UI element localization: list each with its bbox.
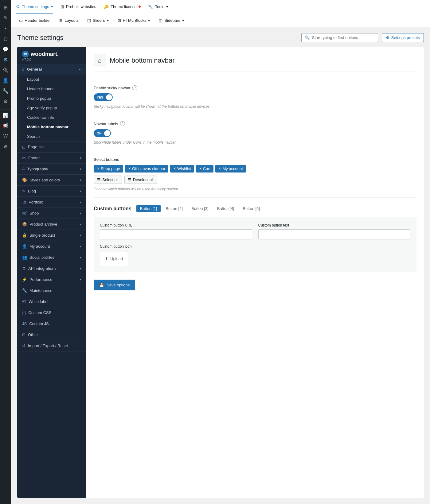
upload-button[interactable]: ⬆ Upload (105, 256, 123, 261)
sidebar-item-blog[interactable]: ✎ Blog ▾ (17, 186, 86, 196)
prebuilt-icon: ⊞ (61, 4, 64, 9)
sidebar-sub-mobile-navbar[interactable]: Mobile bottom navbar (17, 122, 86, 132)
sidebar-item-other[interactable]: ⊞ Other (17, 329, 86, 340)
wp-woo-icon[interactable]: W (1, 131, 10, 141)
sidebar-item-social-profiles[interactable]: 👥 Social profiles ▾ (17, 252, 86, 263)
button-tags-container: ✕ Shop page ✕ Off canvas sidebar ✕ Wishl… (94, 165, 416, 173)
custom-btn-tab-5[interactable]: Button [5] (239, 205, 264, 212)
sidebar-item-product-archive[interactable]: 📦 Product archive ▾ (17, 219, 86, 230)
sidebar-item-typography[interactable]: A Typography ▾ (17, 164, 86, 174)
custom-buttons-header: Custom buttons Button [1] Button [2] But… (94, 205, 416, 212)
tag-cart[interactable]: ✕ Cart (196, 165, 214, 173)
wp-tools-icon[interactable]: 🔧 (1, 86, 10, 96)
navbar-labels-toggle[interactable]: ON (94, 129, 111, 137)
wp-plugins-icon[interactable]: 🔌 (1, 65, 10, 75)
sidebar-item-import-export[interactable]: ↺ Import / Export / Reset (17, 340, 86, 351)
home-icon: ⌂ (22, 67, 25, 72)
custom-btn-tab-4[interactable]: Button [4] (213, 205, 238, 212)
wp-posts-icon[interactable]: ✎ (1, 13, 10, 23)
settings-presets-button[interactable]: ⚙ Settings presets (382, 33, 424, 42)
custom-btn-tab-1[interactable]: Button [1] (136, 205, 161, 212)
typography-sidebar-label: Typography (27, 167, 77, 171)
sidebar-item-my-account[interactable]: 👤 My account ▾ (17, 241, 86, 252)
sidebar-section-page-title: ◻ Page title (17, 142, 86, 153)
custom-btn-tab-2[interactable]: Button [2] (162, 205, 186, 212)
sidebar-sub-cookie-law[interactable]: Cookie law info (17, 113, 86, 122)
maintenance-icon: 🔧 (22, 288, 27, 293)
import-export-sidebar-label: Import / Export / Reset (28, 343, 81, 348)
sidebar-section-performance: ⚡ Performance ▾ (17, 274, 86, 285)
search-input[interactable] (312, 35, 375, 40)
nav-sidebars[interactable]: ◫ Sidebars ▾ (156, 16, 187, 25)
sidebar-item-white-label[interactable]: 🏷 White label (17, 296, 86, 307)
sidebar-sub-layout[interactable]: Layout (17, 75, 86, 84)
wp-analytics-icon[interactable]: 📊 (1, 110, 10, 120)
sticky-navbar-help-icon[interactable]: ? (132, 85, 137, 90)
sidebar-section-styles-colors: 🎨 Styles and colors ▾ (17, 175, 86, 186)
sidebar-item-api-integrations[interactable]: ⚙ API integrations ▾ (17, 263, 86, 274)
nav-html-blocks[interactable]: ⊡ HTML Blocks ▾ (115, 16, 154, 25)
sidebar-item-performance[interactable]: ⚡ Performance ▾ (17, 274, 86, 285)
nav-header-builder[interactable]: ▭ Header builder (16, 16, 54, 25)
wp-settings-icon[interactable]: ⚙ (1, 96, 10, 106)
sidebar-sub-search[interactable]: Search (17, 132, 86, 141)
logo-icon: w (22, 51, 29, 57)
sidebar-item-portfolio[interactable]: 🗂 Portfolio ▾ (17, 197, 86, 207)
custom-css-sidebar-label: Custom CSS (28, 310, 81, 315)
general-chevron-icon: ▲ (78, 68, 81, 71)
wp-dashboard-icon[interactable]: ⊞ (1, 2, 10, 12)
styles-chevron-icon: ▾ (80, 178, 81, 182)
wp-theme-icon[interactable]: ⚙ (1, 55, 10, 64)
wp-pages-icon[interactable]: ◻ (1, 34, 10, 44)
footer-icon: ▭ (22, 156, 26, 160)
sidebar-sub-header-banner[interactable]: Header banner (17, 84, 86, 94)
performance-chevron-icon: ▾ (80, 278, 81, 281)
nav-tools[interactable]: 🔧 Tools ▾ (148, 1, 168, 14)
select-all-button[interactable]: ☰ Select all (94, 176, 122, 184)
custom-url-input[interactable] (100, 229, 252, 239)
top-navigation: ⚙ Theme settings ▾ ⊞ Prebuilt websites 🔑… (11, 0, 430, 14)
sidebar-sub-promo-popup[interactable]: Promo popup (17, 94, 86, 103)
sidebar-section-other: ⊞ Other (17, 329, 86, 340)
wp-media-icon[interactable]: ▪ (1, 23, 10, 33)
sidebar-item-single-product[interactable]: 🔒 Single product ▾ (17, 230, 86, 241)
tag-wishlist[interactable]: ✕ Wishlist (170, 165, 194, 173)
sidebar-item-general[interactable]: ⌂ General ▲ (17, 64, 86, 75)
custom-btn-tab-3[interactable]: Button [3] (188, 205, 212, 212)
page-header: Theme settings 🔍 ⚙ Settings presets (17, 33, 424, 42)
navbar-labels-help-icon[interactable]: ? (120, 121, 125, 126)
nav-theme-license[interactable]: 🔑 Theme license (104, 1, 141, 14)
settings-panel: ⌂ Mobile bottom navbar Enable sticky nav… (86, 47, 424, 498)
sidebar-item-maintenance[interactable]: 🔧 Maintenance (17, 285, 86, 296)
nav-prebuilt-websites[interactable]: ⊞ Prebuilt websites (61, 1, 96, 14)
sidebar-item-custom-css[interactable]: { } Custom CSS (17, 307, 86, 318)
footer-chevron-icon: ▾ (80, 156, 81, 160)
sidebar-item-custom-js[interactable]: JS Custom JS (17, 318, 86, 329)
nav-sliders[interactable]: ◫ Sliders ▾ (84, 16, 112, 25)
sticky-navbar-setting: Enable sticky navbar ? YES Sticky naviga… (94, 79, 416, 115)
search-box: 🔍 (301, 33, 378, 42)
deselect-all-button[interactable]: ☰ Deselect all (124, 176, 157, 184)
tag-shop-page[interactable]: ✕ Shop page (94, 165, 123, 173)
wp-marketing-icon[interactable]: 📢 (1, 121, 10, 130)
tag-off-canvas-sidebar[interactable]: ✕ Off canvas sidebar (125, 165, 168, 173)
nav-theme-settings[interactable]: ⚙ Theme settings ▾ (16, 1, 53, 14)
tag-my-account[interactable]: ✕ My account (215, 165, 246, 173)
api-chevron-icon: ▾ (80, 267, 81, 270)
sidebar-item-page-title[interactable]: ◻ Page title (17, 142, 86, 152)
sidebar-item-styles-colors[interactable]: 🎨 Styles and colors ▾ (17, 175, 86, 185)
sticky-navbar-toggle[interactable]: YES (94, 93, 113, 101)
sidebar-sub-age-verify[interactable]: Age verify popup (17, 103, 86, 113)
single-product-chevron-icon: ▾ (80, 234, 81, 237)
nav-layouts[interactable]: ⊞ Layouts (56, 16, 82, 25)
wp-extra-icon[interactable]: ⊕ (1, 142, 10, 151)
wp-users-icon[interactable]: 👤 (1, 76, 10, 85)
sidebar-item-footer[interactable]: ▭ Footer ▾ (17, 153, 86, 163)
wp-comments-icon[interactable]: 💬 (1, 44, 10, 54)
sidebar-item-shop[interactable]: 🛒 Shop ▾ (17, 208, 86, 219)
theme-settings-label: Theme settings (22, 4, 49, 9)
save-options-button[interactable]: 💾 Save options (94, 280, 135, 290)
gear-icon: ⚙ (386, 35, 389, 40)
custom-text-input[interactable] (258, 229, 411, 239)
sidebar-section-portfolio: 🗂 Portfolio ▾ (17, 197, 86, 208)
